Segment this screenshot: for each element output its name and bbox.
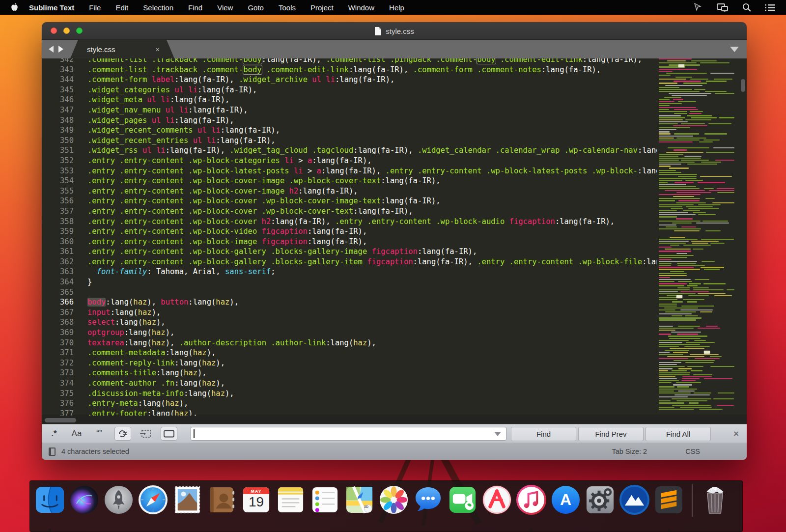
- line-number[interactable]: 355: [42, 186, 74, 196]
- menu-item-file[interactable]: File: [89, 3, 101, 12]
- code-line-369[interactable]: 369optgroup:lang(haz),: [42, 328, 747, 338]
- line-number[interactable]: 374: [42, 378, 74, 389]
- line-number[interactable]: 353: [42, 166, 74, 176]
- find-history-dropdown-icon[interactable]: [494, 432, 501, 436]
- tab-overflow-icon[interactable]: [730, 47, 739, 52]
- code-line-371[interactable]: 371.comment-metadata:lang(haz),: [42, 348, 747, 358]
- code-line-349[interactable]: 349.widget_recent_comments ul li:lang(fa…: [42, 125, 747, 136]
- code-line-344[interactable]: 344.comment-form label:lang(fa-IR), .wid…: [42, 75, 747, 85]
- line-number[interactable]: 365: [42, 287, 74, 298]
- line-number[interactable]: 377: [42, 409, 74, 416]
- menu-item-window[interactable]: Window: [348, 3, 374, 12]
- code-line-376[interactable]: 376.entry-meta:lang(haz),: [42, 398, 747, 409]
- line-number[interactable]: 358: [42, 217, 74, 227]
- dock-mail-icon[interactable]: [172, 484, 203, 515]
- highlight-matches-toggle[interactable]: [161, 427, 177, 441]
- menu-item-goto[interactable]: Goto: [248, 3, 264, 12]
- whole-word-toggle[interactable]: “”: [91, 427, 108, 441]
- dock-reminders-icon[interactable]: [309, 484, 340, 515]
- line-number[interactable]: 357: [42, 206, 74, 217]
- horizontal-scrollbar[interactable]: [42, 416, 747, 424]
- dock-finder-icon[interactable]: [34, 484, 65, 515]
- dock-app-store-icon[interactable]: A: [550, 484, 581, 515]
- line-number[interactable]: 343: [42, 65, 74, 75]
- code-line-347[interactable]: 347.widget_nav_menu ul li:lang(fa-IR),: [42, 105, 747, 115]
- code-line-375[interactable]: 375.discussion-meta-info:lang(haz),: [42, 389, 747, 399]
- code-line-368[interactable]: 368select:lang(haz),: [42, 317, 747, 328]
- code-line-343[interactable]: 343.comment-list .trackback .comment-bod…: [42, 65, 747, 75]
- code-line-354[interactable]: 354.entry .entry-content .wp-block-cover…: [42, 176, 747, 186]
- menu-item-project[interactable]: Project: [310, 3, 334, 12]
- find-prev-button[interactable]: Find Prev: [578, 427, 644, 441]
- code-line-373[interactable]: 373.comments-title:lang(haz),: [42, 368, 747, 378]
- dock-siri-icon[interactable]: [69, 484, 100, 515]
- code-line-372[interactable]: 372.comment-reply-link:lang(haz),: [42, 358, 747, 368]
- tab-style-css[interactable]: style.css ×: [70, 40, 174, 58]
- code-line-364[interactable]: 364}: [42, 277, 747, 287]
- dock-contacts-icon[interactable]: [206, 484, 237, 515]
- dock-maps-icon[interactable]: 3D: [344, 484, 375, 515]
- code-line-359[interactable]: 359.entry .entry-content .wp-block-video…: [42, 226, 747, 237]
- tab-close-icon[interactable]: ×: [155, 45, 160, 54]
- code-line-351[interactable]: 351.widget_rss ul li:lang(fa-IR), .widge…: [42, 145, 747, 156]
- line-number[interactable]: 367: [42, 308, 74, 318]
- line-number[interactable]: 354: [42, 176, 74, 186]
- case-sensitive-toggle[interactable]: Aa: [68, 427, 85, 441]
- line-number[interactable]: 364: [42, 277, 74, 287]
- line-number[interactable]: 349: [42, 125, 74, 136]
- dock-launchpad-icon[interactable]: [103, 484, 134, 515]
- line-number[interactable]: 368: [42, 317, 74, 328]
- active-app-name[interactable]: Sublime Text: [29, 3, 74, 12]
- menu-item-help[interactable]: Help: [389, 3, 404, 12]
- vertical-scrollbar-thumb[interactable]: [741, 79, 745, 92]
- code-line-353[interactable]: 353.entry .entry-content .wp-block-lates…: [42, 166, 747, 176]
- dock-calendar-icon[interactable]: MAY19: [241, 484, 272, 515]
- dock-facetime-icon[interactable]: [447, 484, 478, 515]
- wrap-toggle[interactable]: [114, 427, 131, 441]
- line-number[interactable]: 363: [42, 267, 74, 277]
- line-number[interactable]: 362: [42, 257, 74, 267]
- dock-news-icon[interactable]: [481, 484, 512, 515]
- line-number[interactable]: 348: [42, 115, 74, 126]
- dock-safari-icon[interactable]: [138, 484, 168, 515]
- find-button[interactable]: Find: [511, 427, 576, 441]
- code-line-342[interactable]: 342.comment-list .trackback .comment-bod…: [42, 58, 747, 65]
- vintage-mode-icon[interactable]: [49, 448, 56, 456]
- tab-next-icon[interactable]: [58, 46, 63, 53]
- code-line-362[interactable]: 362.entry .entry-content .wp-block-galle…: [42, 257, 747, 267]
- spotlight-icon[interactable]: [742, 3, 751, 12]
- line-number[interactable]: 360: [42, 237, 74, 247]
- line-number[interactable]: 371: [42, 348, 74, 358]
- menu-item-edit[interactable]: Edit: [115, 3, 128, 12]
- regex-toggle[interactable]: .*: [46, 427, 62, 441]
- code-line-355[interactable]: 355.entry .entry-content .wp-block-cover…: [42, 186, 747, 196]
- line-number[interactable]: 375: [42, 389, 74, 399]
- dock-messages-icon[interactable]: [413, 484, 444, 515]
- code-line-365[interactable]: 365: [42, 287, 747, 298]
- line-number[interactable]: 356: [42, 196, 74, 206]
- code-line-377[interactable]: 377.entry-footer:lang(haz),: [42, 409, 747, 416]
- line-number[interactable]: 346: [42, 95, 74, 105]
- horizontal-scrollbar-thumb[interactable]: [45, 418, 76, 422]
- dock-itunes-icon[interactable]: [516, 484, 547, 515]
- dock-photos-icon[interactable]: [378, 484, 409, 515]
- find-input[interactable]: [191, 427, 506, 441]
- pointer-share-icon[interactable]: [693, 3, 703, 12]
- code-line-346[interactable]: 346.widget_meta ul li:lang(fa-IR),: [42, 95, 747, 105]
- line-number[interactable]: 344: [42, 75, 74, 85]
- dock-sublime-text-icon[interactable]: [653, 484, 684, 515]
- displays-icon[interactable]: [717, 3, 729, 12]
- code-line-363[interactable]: 363 font-family: Tahoma, Arial, sans-ser…: [42, 267, 747, 277]
- minimap[interactable]: [657, 58, 736, 416]
- code-line-366[interactable]: 366body:lang(haz), button:lang(haz),: [42, 297, 747, 308]
- code-line-357[interactable]: 357.entry .entry-content .wp-block-cover…: [42, 206, 747, 217]
- syntax-indicator[interactable]: CSS: [685, 448, 700, 455]
- code-line-361[interactable]: 361.entry .entry-content .wp-block-galle…: [42, 247, 747, 257]
- code-line-358[interactable]: 358.entry .entry-content .wp-block-cover…: [42, 217, 747, 227]
- line-number[interactable]: 372: [42, 358, 74, 368]
- code-line-348[interactable]: 348.widget_pages ul li:lang(fa-IR),: [42, 115, 747, 126]
- code-line-370[interactable]: 370textarea:lang(haz), .author-descripti…: [42, 338, 747, 348]
- menu-item-find[interactable]: Find: [188, 3, 202, 12]
- line-number[interactable]: 359: [42, 226, 74, 237]
- line-number[interactable]: 345: [42, 85, 74, 95]
